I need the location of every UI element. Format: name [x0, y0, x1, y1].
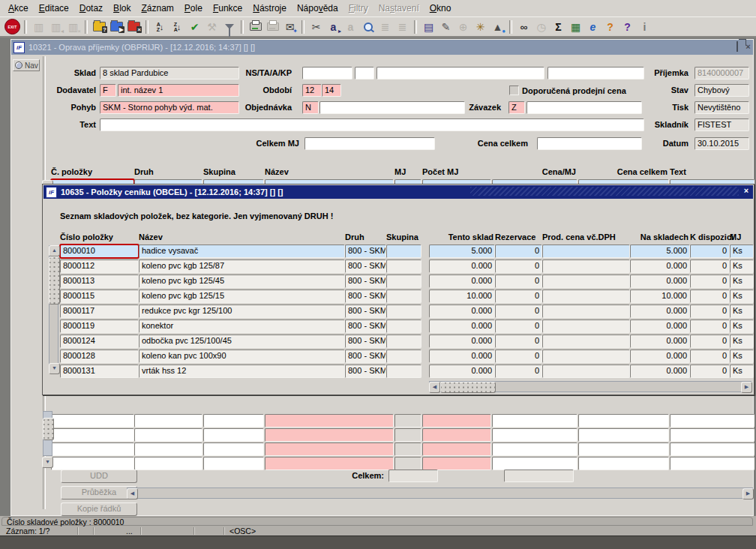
dialog-grid-cell-r2-c2[interactable]: koleno pvc kgb 125/87	[139, 260, 345, 273]
dialog-grid-cell-r5-c2[interactable]: redukce pvc kgr 125/100	[139, 304, 345, 318]
items-grid-cell[interactable]	[265, 414, 394, 428]
dialog-grid-cell-r2-c4[interactable]	[386, 260, 422, 273]
celkem-mj-field[interactable]	[304, 137, 435, 150]
items-grid-cell[interactable]	[203, 428, 264, 442]
items-grid-cell[interactable]	[51, 428, 134, 442]
grid-scrollbar-thumb[interactable]	[43, 418, 54, 440]
dialog-scroll-down-button[interactable]: ▼	[49, 363, 60, 374]
sort-desc-icon[interactable]: ZA↓	[170, 20, 185, 34]
menu-blok[interactable]: Blok	[108, 2, 136, 15]
dialog-grid-cell-r8-c8[interactable]: 0.000	[630, 350, 690, 363]
dialog-grid-cell-r2-c7[interactable]	[542, 260, 630, 273]
restore-icon[interactable]	[731, 42, 741, 52]
items-grid-cell[interactable]	[670, 442, 754, 456]
dialog-grid-cell-r1-c2[interactable]: hadice vysavač	[139, 244, 345, 258]
prubezka-button[interactable]: Průběžka	[61, 486, 137, 500]
items-grid-cell[interactable]	[492, 457, 578, 470]
dialog-grid-cell-r6-c2[interactable]: konektor	[139, 320, 345, 333]
dialog-grid-cell-r3-c8[interactable]: 0.000	[630, 274, 690, 288]
dialog-grid-cell-r3-c5[interactable]: 0.000	[429, 274, 495, 288]
dialog-grid-cell-r4-c10[interactable]: Ks	[730, 290, 754, 303]
dialog-hscroll-left-button[interactable]: ◀	[429, 382, 440, 393]
filter-icon[interactable]	[221, 20, 237, 34]
items-grid-cell[interactable]	[670, 428, 754, 442]
dialog-grid-cell-r7-c2[interactable]: odbočka pvc 125/100/45	[139, 334, 345, 348]
items-grid-cell[interactable]	[134, 457, 202, 470]
tools-icon[interactable]: ⚒	[204, 20, 220, 34]
dialog-grid-cell-r7-c7[interactable]	[542, 334, 630, 348]
paste-icon[interactable]: a	[343, 20, 358, 34]
cancel-query-icon[interactable]: ×	[126, 20, 142, 34]
dialog-grid-cell-r7-c9[interactable]: 0	[690, 334, 730, 348]
dialog-grid-cell-r4-c1[interactable]: 8000115	[60, 290, 139, 303]
dialog-grid-cell-r6-c1[interactable]: 8000119	[60, 320, 139, 333]
dialog-grid-cell-r7-c10[interactable]: Ks	[730, 334, 754, 348]
sklad-field[interactable]: 8 sklad Pardubice	[100, 67, 239, 80]
objednavka-code-field[interactable]: N	[302, 101, 319, 114]
items-grid-cell[interactable]	[492, 414, 578, 428]
helm-icon[interactable]: ✳	[472, 20, 488, 34]
items-grid-cell[interactable]	[134, 428, 202, 442]
items-grid-cell[interactable]	[492, 428, 578, 442]
copy-icon[interactable]: a▸	[326, 20, 341, 34]
open-icon[interactable]: ▥◂	[48, 20, 64, 34]
kopie-radku-button[interactable]: Kopie řádků	[61, 502, 137, 516]
items-grid-cell[interactable]	[203, 414, 264, 428]
dialog-grid-cell-r1-c6[interactable]: 0	[495, 244, 542, 258]
items-grid-cell[interactable]	[422, 442, 491, 456]
items-grid-cell[interactable]	[265, 457, 394, 470]
dialog-grid-cell-r8-c9[interactable]: 0	[690, 350, 730, 363]
edit-record-icon[interactable]: ✎	[438, 20, 454, 34]
close-window-icon[interactable]: ×	[743, 42, 753, 52]
dialog-grid-cell-r9-c2[interactable]: vrták hss 12	[139, 364, 345, 378]
excel-icon[interactable]: ▦	[568, 20, 584, 34]
dialog-grid-cell-r3-c3[interactable]: 800 - SKM	[345, 274, 386, 288]
wizard-icon[interactable]: ▲●	[490, 20, 506, 34]
menu-okno[interactable]: Okno	[424, 2, 457, 15]
menu-napoveda[interactable]: Nápověda	[292, 2, 344, 15]
dodavatel-code-field[interactable]: F	[100, 84, 116, 97]
dialog-grid-cell-r4-c9[interactable]: 0	[690, 290, 730, 303]
items-grid-cell[interactable]	[422, 414, 491, 428]
browser-icon[interactable]: e	[585, 20, 601, 34]
doporucena-checkbox[interactable]	[509, 86, 519, 95]
menu-pole[interactable]: Pole	[179, 2, 208, 15]
items-grid-cell[interactable]	[492, 442, 578, 456]
save-icon[interactable]: ▥	[31, 20, 46, 34]
dialog-grid-cell-r4-c3[interactable]: 800 - SKM	[345, 290, 386, 303]
nstaakp-field-1[interactable]	[302, 67, 352, 80]
menu-nastroje[interactable]: Nástroje	[248, 2, 292, 15]
dialog-grid-cell-r1-c5[interactable]: 5.000	[429, 244, 495, 258]
dialog-grid-cell-r5-c8[interactable]: 0.000	[630, 304, 690, 318]
menu-nastaveni[interactable]: Nastavení	[374, 2, 424, 15]
outline-expand-icon[interactable]: ≣	[394, 20, 410, 34]
dialog-grid-cell-r1-c4[interactable]	[386, 244, 422, 258]
dialog-grid-cell-r2-c5[interactable]: 0.000	[429, 260, 495, 273]
dialog-grid-cell-r3-c10[interactable]: Ks	[730, 274, 754, 288]
dialog-grid-cell-r7-c5[interactable]: 0.000	[429, 334, 495, 348]
items-grid-cell[interactable]	[578, 428, 669, 442]
items-grid-cell[interactable]	[394, 414, 422, 428]
dialog-grid-cell-r5-c4[interactable]	[386, 304, 422, 318]
info-icon[interactable]: i	[637, 20, 652, 34]
dialog-grid-cell-r3-c7[interactable]	[542, 274, 630, 288]
dialog-grid-cell-r9-c8[interactable]: 0.000	[630, 364, 690, 378]
dialog-grid-cell-r9-c10[interactable]: Ks	[730, 364, 754, 378]
dialog-hscrollbar-thumb[interactable]	[440, 382, 496, 393]
print-icon[interactable]	[248, 20, 263, 34]
dialog-grid-cell-r3-c1[interactable]: 8000113	[60, 274, 139, 288]
dialog-grid-cell-r2-c10[interactable]: Ks	[730, 260, 754, 273]
preview-icon[interactable]: ∞	[516, 20, 532, 34]
items-grid-cell[interactable]	[578, 414, 669, 428]
items-grid-cell[interactable]	[422, 457, 491, 470]
dialog-grid-cell-r6-c6[interactable]: 0	[495, 320, 542, 333]
dialog-grid-cell-r6-c9[interactable]: 0	[690, 320, 730, 333]
dialog-grid-cell-r2-c8[interactable]: 0.000	[630, 260, 690, 273]
dialog-grid-cell-r1-c9[interactable]: 0	[690, 244, 730, 258]
dialog-grid-cell-r7-c3[interactable]: 800 - SKM	[345, 334, 386, 348]
items-grid-cell[interactable]	[51, 414, 134, 428]
dialog-grid-cell-r1-c3[interactable]: 800 - SKM	[345, 244, 386, 258]
dialog-grid-cell-r7-c4[interactable]	[386, 334, 422, 348]
outline-icon[interactable]: ≣	[377, 20, 393, 34]
dialog-close-icon[interactable]: ×	[741, 186, 752, 196]
